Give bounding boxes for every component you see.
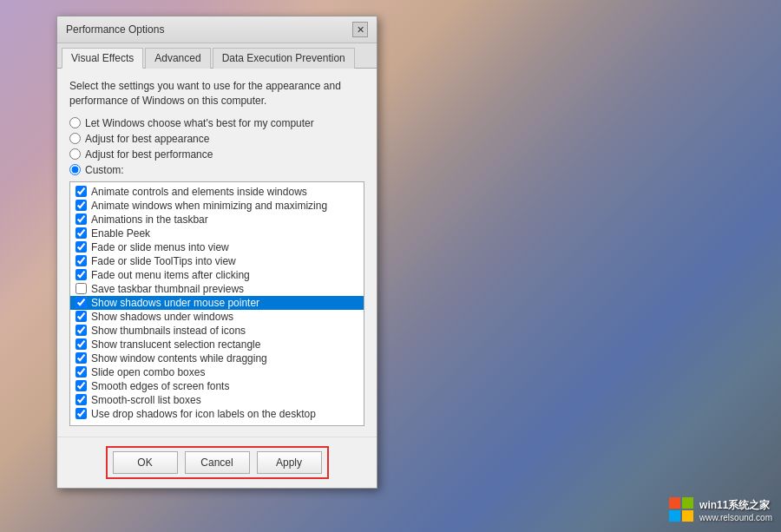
checkbox-label-16: Use drop shadows for icon labels on the … <box>91 408 316 420</box>
radio-best-performance[interactable]: Adjust for best performance <box>69 148 364 161</box>
svg-rect-2 <box>669 510 680 522</box>
tab-bar: Visual Effects Advanced Data Execution P… <box>57 43 377 69</box>
svg-rect-1 <box>682 497 693 509</box>
dialog-content: Select the settings you want to use for … <box>57 69 377 437</box>
radio-windows-best[interactable]: Let Windows choose what's best for my co… <box>69 117 364 129</box>
checkbox-item-13[interactable]: Slide open combo boxes <box>70 365 364 379</box>
checkbox-item-7[interactable]: Save taskbar thumbnail previews <box>70 282 364 296</box>
description-text: Select the settings you want to use for … <box>69 79 364 108</box>
checkbox-item-3[interactable]: Enable Peek <box>70 227 364 240</box>
dialog-buttons-area: OK Cancel Apply <box>57 437 377 488</box>
checkbox-item-15[interactable]: Smooth-scroll list boxes <box>70 393 364 407</box>
checkbox-label-2: Animations in the taskbar <box>91 213 208 226</box>
checkbox-item-4[interactable]: Fade or slide menus into view <box>70 240 364 254</box>
checkbox-label-1: Animate windows when minimizing and maxi… <box>91 200 327 212</box>
checkbox-label-10: Show thumbnails instead of icons <box>91 325 246 337</box>
checkbox-label-15: Smooth-scroll list boxes <box>91 394 201 406</box>
dialog-titlebar: Performance Options ✕ <box>57 16 377 43</box>
svg-rect-3 <box>682 510 693 522</box>
checkbox-label-6: Fade out menu items after clicking <box>91 269 250 281</box>
svg-rect-0 <box>669 497 680 509</box>
close-button[interactable]: ✕ <box>352 22 368 37</box>
checkbox-item-14[interactable]: Smooth edges of screen fonts <box>70 379 364 393</box>
checkbox-label-12: Show window contents while dragging <box>91 352 267 365</box>
checkbox-label-9: Show shadows under windows <box>91 311 233 323</box>
checkbox-label-3: Enable Peek <box>91 227 150 240</box>
cancel-button[interactable]: Cancel <box>185 451 250 474</box>
checkbox-item-16[interactable]: Use drop shadows for icon labels on the … <box>70 407 364 421</box>
watermark: win11系统之家 www.relsound.com <box>669 497 772 523</box>
checkbox-item-1[interactable]: Animate windows when minimizing and maxi… <box>70 199 364 213</box>
radio-best-appearance[interactable]: Adjust for best appearance <box>69 133 364 145</box>
checkbox-item-9[interactable]: Show shadows under windows <box>70 310 364 324</box>
checkbox-item-11[interactable]: Show translucent selection rectangle <box>70 338 364 351</box>
checkbox-label-7: Save taskbar thumbnail previews <box>91 283 244 295</box>
watermark-text: win11系统之家 www.relsound.com <box>699 498 772 522</box>
buttons-highlight-box: OK Cancel Apply <box>106 446 329 479</box>
checkbox-item-10[interactable]: Show thumbnails instead of icons <box>70 324 364 338</box>
checkbox-item-8[interactable]: Show shadows under mouse pointer <box>70 296 364 310</box>
checkbox-label-14: Smooth edges of screen fonts <box>91 380 229 392</box>
checkbox-label-4: Fade or slide menus into view <box>91 241 229 253</box>
radio-custom[interactable]: Custom: <box>69 164 364 176</box>
checkbox-label-11: Show translucent selection rectangle <box>91 338 260 351</box>
apply-button[interactable]: Apply <box>257 451 322 474</box>
checkbox-label-8: Show shadows under mouse pointer <box>91 297 259 309</box>
tab-advanced[interactable]: Advanced <box>145 48 210 69</box>
checkbox-label-5: Fade or slide ToolTips into view <box>91 255 236 267</box>
radio-best-performance-label: Adjust for best performance <box>85 148 213 161</box>
radio-custom-label: Custom: <box>85 164 124 176</box>
radio-best-appearance-label: Adjust for best appearance <box>85 133 209 145</box>
checkbox-item-5[interactable]: Fade or slide ToolTips into view <box>70 254 364 268</box>
checkbox-item-2[interactable]: Animations in the taskbar <box>70 213 364 227</box>
radio-group: Let Windows choose what's best for my co… <box>69 117 364 176</box>
watermark-logo <box>669 497 695 523</box>
tab-data-execution[interactable]: Data Execution Prevention <box>213 48 355 69</box>
checkbox-item-6[interactable]: Fade out menu items after clicking <box>70 268 364 282</box>
radio-windows-best-label: Let Windows choose what's best for my co… <box>85 117 314 129</box>
checkbox-label-0: Animate controls and elements inside win… <box>91 186 307 198</box>
ok-button[interactable]: OK <box>113 451 178 474</box>
checkbox-item-0[interactable]: Animate controls and elements inside win… <box>70 185 364 199</box>
dialog-title: Performance Options <box>66 23 164 36</box>
tab-visual-effects[interactable]: Visual Effects <box>62 48 143 69</box>
checkbox-list: Animate controls and elements inside win… <box>69 181 364 426</box>
checkbox-label-13: Slide open combo boxes <box>91 366 205 378</box>
checkbox-item-12[interactable]: Show window contents while dragging <box>70 351 364 365</box>
performance-options-dialog: Performance Options ✕ Visual Effects Adv… <box>56 16 377 489</box>
